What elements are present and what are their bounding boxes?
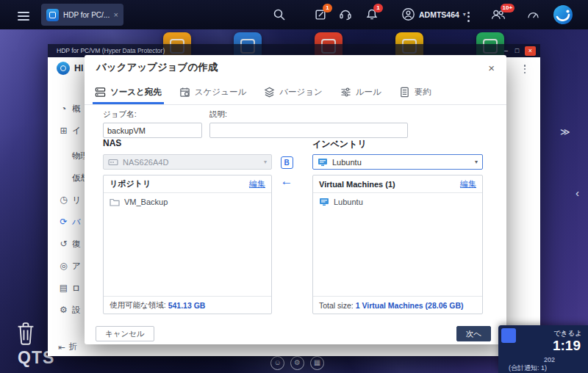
gear-icon: ⚙ (58, 305, 69, 315)
dialog-header: バックアップジョブの作成 × (85, 55, 506, 80)
job-name-field: ジョブ名: (103, 109, 202, 138)
online-users-icon[interactable]: 10+ (491, 8, 506, 21)
app-brand-text: HI (74, 63, 84, 73)
repository-panel: リポジトリ 編集 VM_Backup 使用可能な領域: 541.13 GB (103, 175, 272, 314)
taskbar-tab-hdp[interactable]: HDP for PC/... × (41, 4, 123, 26)
chevron-down-icon: ▾ (463, 11, 466, 18)
notifications-badge: 1 (373, 4, 383, 12)
taskbar-dock: ☺ ⚙ ▦ (270, 356, 324, 370)
next-button[interactable]: 次へ (456, 326, 491, 341)
left-arrow-icon: ← (272, 175, 301, 187)
virtual-machines-edit-link[interactable]: 編集 (460, 178, 476, 189)
nas-icon (108, 158, 118, 167)
taskbar: HDP for PC/... × 1 1 ADMTS464 ▾ (0, 0, 588, 29)
description-field: 説明: (209, 109, 408, 138)
toast-app-icon (501, 328, 516, 343)
cancel-button[interactable]: キャンセル (96, 326, 154, 341)
collapse-chevron-icon[interactable]: ‹ (576, 186, 579, 199)
repository-panel-header: リポジトリ 編集 (104, 175, 271, 193)
backup-job-dialog: バックアップジョブの作成 × ソースと宛先 スケジュール バージョン ルール (85, 55, 506, 344)
job-name-label: ジョブ名: (103, 109, 202, 120)
step-version[interactable]: バージョン (264, 80, 323, 104)
repository-title: リポジトリ (110, 178, 249, 189)
username: ADMTS464 (419, 10, 459, 19)
step-source-destination[interactable]: ソースと宛先 (95, 80, 162, 104)
inventory-select[interactable]: Lubuntu ▾ (312, 154, 483, 170)
sidebar-item-recovery[interactable]: ◷ リ (48, 191, 81, 209)
taskbar-more-kebab-icon[interactable] (467, 10, 470, 23)
support-headset-icon[interactable] (339, 8, 352, 21)
repository-edit-link[interactable]: 編集 (249, 178, 265, 189)
clock-time: 1:19 (553, 338, 581, 354)
sidebar-item-virtual[interactable]: 仮想 (48, 169, 89, 186)
repository-list: VM_Backup (104, 193, 271, 296)
step-schedule[interactable]: スケジュール (179, 80, 246, 104)
background-tasks-icon[interactable]: ▦ (310, 356, 324, 370)
log-icon: ▤ (58, 283, 69, 293)
activity-icon: ◎ (58, 261, 69, 271)
vm-icon (318, 158, 328, 167)
repository-item[interactable]: VM_Backup (110, 198, 265, 206)
virtual-machines-footer: Total size: 1 Virtual Machines (28.06 GB… (313, 296, 482, 314)
online-users-badge: 10+ (501, 4, 514, 12)
virtual-machines-header: Virtual Machines (1) 編集 (313, 175, 482, 193)
notification-toast[interactable]: できるよ 1:19 202 (合計通知: 1) (498, 325, 588, 373)
dashboard-gauge-icon[interactable] (526, 9, 540, 20)
close-button[interactable]: × (525, 46, 536, 56)
sidebar-item-backup[interactable]: ⟳ バ (48, 213, 81, 231)
user-avatar-icon (401, 7, 415, 21)
sidebar-collapse-button[interactable]: ⇤ 折 (58, 341, 77, 352)
sidebar-item-restore[interactable]: ↺ 復 (48, 235, 81, 253)
overview-icon: ◔ (58, 104, 69, 114)
hdp-tab-icon (46, 9, 59, 21)
qts-brand-icon[interactable] (553, 4, 573, 25)
description-input[interactable] (209, 123, 408, 138)
notification-total: (合計通知: 1) (509, 363, 547, 373)
virtual-machine-item[interactable]: Lubuntu (319, 198, 476, 206)
user-menu[interactable]: ADMTS464 ▾ (401, 7, 466, 21)
minimize-button[interactable]: – (501, 46, 512, 56)
backup-direction-button[interactable]: B (281, 156, 293, 169)
clock-icon: ◷ (58, 195, 69, 205)
version-icon (264, 87, 275, 98)
sync-icon: ⟳ (58, 217, 69, 227)
vm-icon (319, 198, 329, 206)
tab-close-icon[interactable]: × (114, 10, 118, 19)
app-updates-icon[interactable]: 1 (315, 8, 327, 21)
notifications-bell-icon[interactable]: 1 (365, 8, 379, 21)
inventory-heading: インベントリ (312, 138, 367, 151)
hdp-app-logo-icon (57, 62, 70, 75)
dialog-title: バックアップジョブの作成 (96, 61, 488, 74)
wizard-steps: ソースと宛先 スケジュール バージョン ルール 要約 (85, 80, 506, 105)
inventory-icon: ⊞ (58, 126, 69, 136)
sidebar-item-activity[interactable]: ◎ ア (48, 257, 81, 275)
sidebar-item-physical[interactable]: 物理 (48, 147, 89, 164)
summary-icon (399, 87, 410, 98)
recycle-bin-icon[interactable] (15, 320, 37, 347)
step-summary[interactable]: 要約 (399, 80, 431, 104)
dialog-close-icon[interactable]: × (488, 62, 495, 74)
sidebar-item-logs[interactable]: ▤ ロ (48, 279, 81, 297)
sidebar-item-settings[interactable]: ⚙ 設 (48, 301, 81, 319)
main-menu-icon[interactable] (18, 10, 29, 23)
folder-icon (110, 198, 120, 206)
restore-icon: ↺ (58, 239, 69, 249)
repository-footer: 使用可能な領域: 541.13 GB (104, 296, 271, 314)
app-menu-kebab-icon[interactable] (524, 63, 526, 75)
sidebar-item-overview[interactable]: ◔ 概 (48, 100, 81, 117)
virtual-machines-list: Lubuntu (313, 193, 482, 296)
job-name-input[interactable] (103, 123, 202, 138)
window-title: HDP for PC/VM (Hyper Data Protector) (57, 47, 501, 54)
sidebar-item-inventory[interactable]: ⊞ イ (48, 122, 81, 140)
inventory-selected-value: Lubuntu (332, 158, 470, 167)
tools-icon[interactable]: ⚙ (290, 356, 304, 370)
step-rules[interactable]: ルール (340, 80, 381, 104)
search-icon[interactable] (273, 8, 286, 21)
expand-chevron-icon[interactable]: ≫ (560, 126, 570, 137)
nas-select[interactable]: NAS626A4D ▾ (103, 154, 272, 170)
total-size-value: 1 Virtual Machines (28.06 GB) (356, 301, 464, 310)
virtual-machines-panel: Virtual Machines (1) 編集 Lubuntu Total si… (312, 175, 483, 314)
description-label: 説明: (209, 109, 408, 120)
maximize-button[interactable]: □ (512, 46, 523, 56)
feedback-icon[interactable]: ☺ (270, 356, 284, 370)
